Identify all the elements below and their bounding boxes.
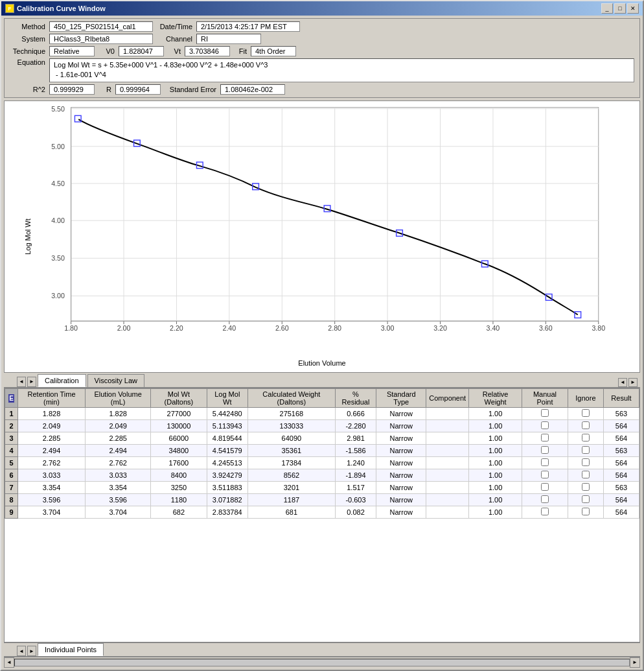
- bottom-tab-nav-right[interactable]: ►: [27, 646, 36, 656]
- cell-manual[interactable]: [522, 456, 568, 469]
- cell-component: [426, 469, 469, 481]
- cell-ignore-checkbox[interactable]: [582, 508, 590, 515]
- data-table-container[interactable]: E Retention Time (min) Elution Volume (m…: [4, 388, 640, 642]
- cell-ignore[interactable]: [568, 419, 603, 432]
- cell-manual[interactable]: [522, 481, 568, 493]
- cell-ignore-checkbox[interactable]: [582, 434, 590, 441]
- scroll-left-btn[interactable]: ◄: [4, 657, 14, 668]
- cell-rel-weight: 1.00: [469, 506, 522, 518]
- cell-ignore[interactable]: [568, 432, 603, 444]
- cell-ignore-checkbox[interactable]: [582, 471, 590, 478]
- tab-scroll-left[interactable]: ◄: [618, 378, 627, 387]
- col-header-calc-wt: Calculated Weight (Daltons): [247, 388, 335, 407]
- cell-manual-checkbox[interactable]: [541, 471, 549, 478]
- col-header-ret-time: Retention Time (min): [18, 388, 86, 407]
- svg-text:3.20: 3.20: [433, 324, 447, 332]
- cell-ignore[interactable]: [568, 493, 603, 506]
- tab-individual-points[interactable]: Individual Points: [38, 643, 104, 656]
- cell-ignore[interactable]: [568, 444, 603, 456]
- tab-calibration[interactable]: Calibration: [38, 374, 86, 387]
- tab-nav-right[interactable]: ►: [27, 377, 36, 387]
- maximize-button[interactable]: □: [614, 3, 626, 14]
- cell-component: [426, 506, 469, 518]
- content-area: Method 450_125_PS021514_cal1 Date/Time 2…: [1, 16, 643, 670]
- tab-nav-left[interactable]: ◄: [17, 377, 26, 387]
- svg-text:5.50: 5.50: [51, 104, 65, 112]
- cell-pct-residual: 0.666: [335, 407, 376, 419]
- cell-manual[interactable]: [522, 407, 568, 419]
- tab-viscosity-law[interactable]: Viscosity Law: [87, 374, 144, 387]
- x-axis-label: Elution Volume: [298, 359, 345, 367]
- cell-elution-vol: 1.828: [86, 407, 151, 419]
- col-header-std-type: Standard Type: [376, 388, 426, 407]
- app-icon: F: [5, 4, 14, 13]
- method-row: Method 450_125_PS021514_cal1 Date/Time 2…: [10, 21, 634, 32]
- cell-row-num: 8: [5, 493, 18, 506]
- cell-manual[interactable]: [522, 469, 568, 481]
- cell-ignore[interactable]: [568, 506, 603, 518]
- cell-ignore-checkbox[interactable]: [582, 458, 590, 466]
- cell-ignore-checkbox[interactable]: [582, 421, 590, 429]
- cell-component: [426, 481, 469, 493]
- cell-pct-residual: -1.586: [335, 444, 376, 456]
- cell-row-num: 1: [5, 407, 18, 419]
- cell-mol-wt: 34800: [151, 444, 207, 456]
- tab-scroll-right[interactable]: ►: [628, 378, 638, 387]
- cell-calc-wt: 35361: [247, 444, 335, 456]
- cell-manual-checkbox[interactable]: [541, 483, 549, 491]
- bottom-tab-nav-left[interactable]: ◄: [17, 646, 26, 656]
- scroll-track[interactable]: [14, 659, 630, 666]
- cell-calc-wt: 8562: [247, 469, 335, 481]
- cell-ignore[interactable]: [568, 481, 603, 493]
- std-error-value: 1.080462e-002: [220, 84, 285, 95]
- cell-log-mol-wt: 5.442480: [207, 407, 247, 419]
- cell-ignore[interactable]: [568, 456, 603, 469]
- equation-value: Log Mol Wt = s + 5.35e+000 V^1 - 4.83e+0…: [49, 58, 634, 82]
- cell-manual-checkbox[interactable]: [541, 446, 549, 454]
- cell-ignore-checkbox[interactable]: [582, 495, 590, 503]
- cell-manual[interactable]: [522, 432, 568, 444]
- cell-ignore[interactable]: [568, 469, 603, 481]
- r2-value: 0.999929: [49, 84, 95, 95]
- cell-row-num: 3: [5, 432, 18, 444]
- cell-result: 564: [603, 469, 639, 481]
- cell-manual[interactable]: [522, 419, 568, 432]
- cell-ignore[interactable]: [568, 407, 603, 419]
- window-title: Calibration Curve Window: [17, 5, 106, 12]
- cell-manual-checkbox[interactable]: [541, 495, 549, 503]
- cell-manual-checkbox[interactable]: [541, 409, 549, 417]
- title-controls: _ □ ✕: [601, 3, 639, 14]
- tab-scroll: ◄ ►: [618, 378, 640, 387]
- cell-calc-wt: 17384: [247, 456, 335, 469]
- equation-label: Equation: [10, 58, 45, 66]
- cell-ignore-checkbox[interactable]: [582, 446, 590, 454]
- cell-manual-checkbox[interactable]: [541, 508, 549, 515]
- cell-ignore-checkbox[interactable]: [582, 483, 590, 491]
- cell-row-num: 6: [5, 469, 18, 481]
- cell-manual[interactable]: [522, 444, 568, 456]
- close-button[interactable]: ✕: [627, 3, 639, 14]
- minimize-button[interactable]: _: [601, 3, 613, 14]
- cell-ignore-checkbox[interactable]: [582, 409, 590, 417]
- cell-manual-checkbox[interactable]: [541, 421, 549, 429]
- cell-mol-wt: 8400: [151, 469, 207, 481]
- cell-log-mol-wt: 4.819544: [207, 432, 247, 444]
- cell-manual-checkbox[interactable]: [541, 458, 549, 466]
- cell-mol-wt: 682: [151, 506, 207, 518]
- cell-manual-checkbox[interactable]: [541, 434, 549, 441]
- chart-area: Log Mol Wt Elution Volume: [4, 100, 640, 373]
- cell-std-type: Narrow: [376, 493, 426, 506]
- svg-text:3.80: 3.80: [592, 324, 605, 332]
- cell-ret-time: 3.704: [18, 506, 86, 518]
- bottom-scrollbar: ◄ ►: [4, 657, 640, 667]
- cell-manual[interactable]: [522, 506, 568, 518]
- cell-ret-time: 3.033: [18, 469, 86, 481]
- table-row: 73.3543.35432503.51188332011.517Narrow1.…: [5, 481, 639, 493]
- cell-manual[interactable]: [522, 493, 568, 506]
- r-label: R: [98, 86, 111, 93]
- cell-elution-vol: 2.049: [86, 419, 151, 432]
- scroll-right-btn[interactable]: ►: [630, 657, 640, 668]
- system-value: HClass3_RIbeta8: [49, 34, 153, 44]
- svg-text:3.00: 3.00: [51, 292, 65, 300]
- svg-text:4.50: 4.50: [51, 180, 65, 187]
